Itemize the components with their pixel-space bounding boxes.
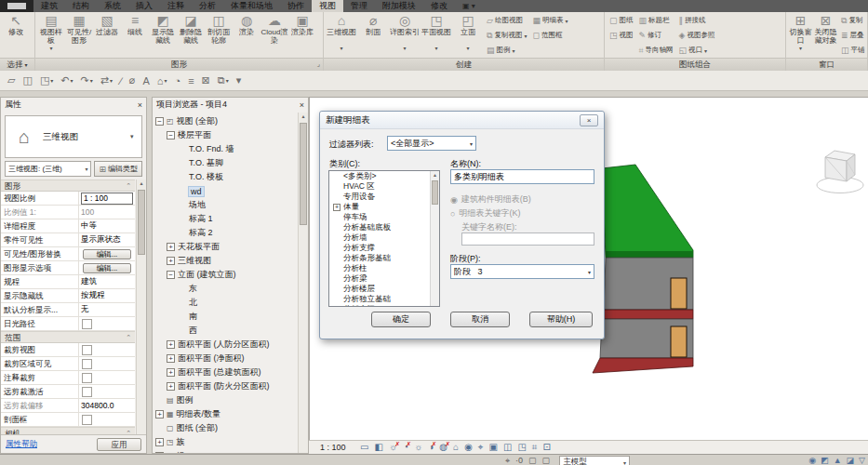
- modify-indicator-icon[interactable]: ▣ ▾: [462, 0, 475, 12]
- render-gallery-button[interactable]: ▣ 渲染库: [288, 13, 316, 58]
- tree-toggle-icon[interactable]: −: [167, 131, 175, 140]
- tree-toggle-icon[interactable]: +: [155, 438, 164, 446]
- property-value[interactable]: 1 : 100: [79, 192, 135, 205]
- tree-toggle-icon[interactable]: [333, 296, 341, 303]
- tree-toggle-icon[interactable]: −: [167, 271, 175, 279]
- property-value[interactable]: 304800.0: [79, 399, 135, 412]
- render-dialog-icon[interactable]: ☼: [414, 442, 422, 453]
- viewbar-more-icon[interactable]: ⊡: [543, 442, 551, 453]
- modify-button[interactable]: ↖ 修改: [2, 13, 30, 58]
- close-icon[interactable]: ×: [138, 100, 142, 110]
- detail-level-icon[interactable]: ▭: [360, 442, 368, 453]
- tile-button[interactable]: ◫ 平铺: [838, 43, 867, 58]
- help-button[interactable]: 帮助(H): [529, 312, 593, 327]
- tree-item[interactable]: + ▦ 明细表/数量: [153, 407, 298, 421]
- apply-button[interactable]: 应用: [97, 438, 141, 451]
- application-menu-button[interactable]: [0, 0, 33, 12]
- thin-lines-button[interactable]: ≡ 细线: [121, 13, 149, 58]
- tree-toggle-icon[interactable]: +: [167, 340, 175, 349]
- view-templates-button[interactable]: ▤ 视图样板 ▾: [37, 13, 65, 58]
- project-browser-header[interactable]: 项目浏览器 - 项目4 ×: [153, 98, 308, 112]
- visibility-graphics-button[interactable]: ▦ 可见性/图形: [65, 13, 93, 58]
- tree-item[interactable]: + 面积平面 (总建筑面积): [153, 365, 298, 379]
- name-input[interactable]: [450, 169, 594, 184]
- category-item[interactable]: 分析梁: [329, 273, 439, 284]
- tree-toggle-icon[interactable]: [333, 234, 341, 242]
- save-icon[interactable]: ◫: [22, 74, 32, 86]
- lower-door[interactable]: [671, 326, 687, 357]
- sheet-button[interactable]: ▢ 图纸: [607, 13, 636, 28]
- property-section-header[interactable]: 相机 ⌃: [1, 427, 135, 434]
- drafting-view-button[interactable]: ▱ 绘图视图: [484, 13, 529, 28]
- category-item[interactable]: 分析支撑: [329, 243, 439, 253]
- scroll-up-icon[interactable]: ▴: [137, 179, 146, 188]
- tree-toggle-icon[interactable]: +: [155, 410, 164, 418]
- tree-item[interactable]: ▢ 图纸 (全部): [153, 421, 298, 435]
- tree-toggle-icon[interactable]: +: [155, 452, 164, 453]
- scroll-up-icon[interactable]: ▴: [431, 171, 439, 179]
- tree-toggle-icon[interactable]: [333, 265, 341, 272]
- category-item[interactable]: 专用设备: [329, 192, 439, 202]
- tree-item[interactable]: wd: [153, 184, 298, 198]
- tree-toggle-icon[interactable]: [333, 193, 341, 201]
- ribbon-panel-title[interactable]: 窗口: [786, 58, 867, 71]
- tree-item[interactable]: 北: [153, 296, 298, 310]
- properties-panel-header[interactable]: 属性 ×: [1, 98, 146, 112]
- upper-door[interactable]: [671, 278, 687, 309]
- tree-item[interactable]: − ◰ 视图 (全部): [153, 114, 298, 128]
- category-list-scrollbar[interactable]: ▴: [430, 171, 439, 306]
- tree-toggle-icon[interactable]: [333, 255, 341, 262]
- schedule-keys-radio[interactable]: ○ 明细表关键字(K): [450, 207, 520, 219]
- visual-style-icon[interactable]: ◧: [374, 442, 382, 453]
- tree-item[interactable]: 标高 2: [153, 226, 298, 240]
- plan-views-button[interactable]: ◳ 平面视图 ▾: [421, 13, 452, 58]
- tree-item[interactable]: T.O. 基脚: [153, 156, 298, 170]
- sync-icon[interactable]: ◳▾: [40, 74, 53, 86]
- measure-icon[interactable]: ∕: [120, 75, 122, 86]
- filter-count-icon[interactable]: ▲: [834, 456, 842, 465]
- edit-type-button[interactable]: ⊞ 编辑类型: [94, 161, 142, 177]
- ribbon-tab[interactable]: 分析: [192, 0, 223, 12]
- tree-item[interactable]: T.O. Fnd. 墙: [153, 142, 298, 156]
- category-item[interactable]: 分析条形基础: [329, 253, 439, 263]
- close-icon[interactable]: ×: [300, 100, 304, 110]
- tree-toggle-icon[interactable]: +: [167, 257, 175, 265]
- tree-toggle-icon[interactable]: [178, 145, 186, 153]
- press-drag-icon[interactable]: ◩: [821, 456, 829, 465]
- category-item[interactable]: 分析柱: [329, 263, 439, 273]
- close-hidden-windows-button[interactable]: ⊠ 关闭隐藏对象: [813, 13, 838, 58]
- property-value[interactable]: 编辑...: [79, 247, 135, 260]
- tree-toggle-icon[interactable]: [178, 326, 186, 335]
- ribbon-panel-title[interactable]: 图形 ⌟: [35, 58, 323, 71]
- design-option-icon[interactable]: ▢: [542, 456, 551, 465]
- ground-slab[interactable]: [593, 358, 693, 373]
- ribbon-tab[interactable]: 结构: [65, 0, 97, 12]
- tree-item[interactable]: + 面积平面 (净面积): [153, 352, 298, 365]
- properties-scrollbar[interactable]: ▴: [136, 179, 146, 434]
- property-value[interactable]: [79, 413, 135, 426]
- cascade-button[interactable]: ≣ 层叠: [838, 28, 867, 43]
- view-button[interactable]: ◳ 视图: [607, 28, 636, 43]
- property-value[interactable]: [79, 385, 135, 398]
- render-button[interactable]: ◍ 渲染: [233, 13, 260, 58]
- property-section-header[interactable]: 范围 ⌃: [1, 331, 135, 343]
- crop-region-icon[interactable]: ◍ ✗: [439, 442, 447, 453]
- tree-item[interactable]: + 面积平面 (人防分区面积): [153, 338, 298, 352]
- tree-item[interactable]: 西: [153, 324, 298, 338]
- filters-button[interactable]: ▧ 过滤器: [93, 13, 121, 58]
- reveal-constraints-icon[interactable]: ⌗: [532, 442, 538, 453]
- property-value[interactable]: [79, 343, 135, 356]
- open-icon[interactable]: ▱: [7, 74, 15, 86]
- category-item[interactable]: HVAC 区: [329, 181, 439, 192]
- dialog-close-button[interactable]: ×: [580, 114, 598, 126]
- tree-item[interactable]: − 立面 (建筑立面): [153, 268, 298, 282]
- property-value[interactable]: 按规程: [79, 289, 135, 302]
- view-scale-control[interactable]: 1 : 100: [320, 443, 355, 452]
- guide-grid-button[interactable]: ⌗ 导向轴网: [636, 43, 676, 58]
- tree-toggle-icon[interactable]: [178, 299, 186, 307]
- schedules-button[interactable]: ▦ 明细表 ▾: [529, 13, 570, 28]
- tree-toggle-icon[interactable]: [178, 312, 186, 321]
- browser-scrollbar[interactable]: ▴: [298, 113, 308, 453]
- property-value[interactable]: 显示原状态: [79, 233, 135, 246]
- filter-list-select[interactable]: <全部显示>▾: [387, 136, 476, 151]
